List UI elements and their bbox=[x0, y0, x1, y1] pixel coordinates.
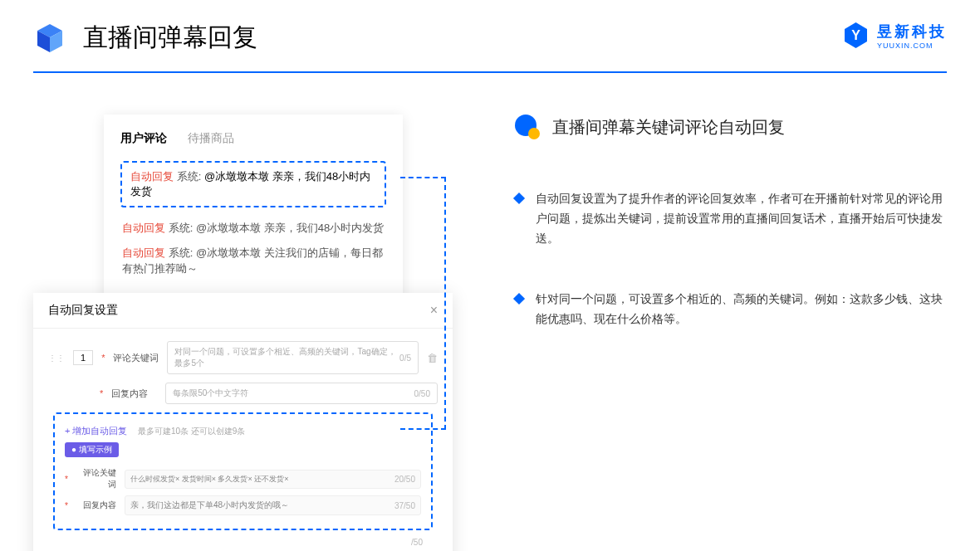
system-label: 系统: bbox=[177, 170, 202, 183]
index-number: 1 bbox=[73, 350, 93, 365]
required-star: * bbox=[100, 388, 103, 398]
section-icon bbox=[515, 115, 540, 139]
svg-text:Y: Y bbox=[851, 28, 860, 42]
auto-reply-settings-card: 自动回复设置 × ⋮⋮ 1 * 评论关键词 对同一个问题，可设置多个相近、高频的… bbox=[33, 293, 453, 551]
keyword-label: 评论关键词 bbox=[113, 352, 159, 364]
settings-title: 自动回复设置 bbox=[48, 303, 118, 318]
auto-reply-tag: 自动回复 bbox=[130, 170, 174, 183]
drag-handle-icon[interactable]: ⋮⋮ bbox=[48, 354, 65, 363]
brand-name: 昱新科技 bbox=[877, 22, 947, 41]
comment-row: 自动回复 系统: @冰墩墩本墩 关注我们的店铺，每日都有热门推荐呦～ bbox=[122, 245, 385, 277]
tab-pending-goods[interactable]: 待播商品 bbox=[188, 131, 234, 146]
example-keyword-input[interactable]: 什么时候发货× 发货时间× 多久发货× 还不发货× 20/50 bbox=[125, 470, 421, 489]
description-panel: 直播间弹幕关键词评论自动回复 自动回复设置为了提升作者的评论回复效率，作者可在开… bbox=[482, 115, 947, 371]
bullet-item: 针对同一个问题，可设置多个相近的、高频的关键词。例如：这款多少钱、这块能优惠吗、… bbox=[515, 290, 947, 329]
connector-line bbox=[400, 177, 446, 430]
page-title: 直播间弹幕回复 bbox=[83, 21, 257, 55]
diamond-icon bbox=[513, 193, 525, 204]
bullet-item: 自动回复设置为了提升作者的评论回复效率，作者可在开播前针对常见的评论用户问题，提… bbox=[515, 189, 947, 248]
add-auto-reply-link[interactable]: + 增加自动回复 bbox=[65, 426, 127, 436]
example-keyword-label: 评论关键词 bbox=[76, 467, 116, 490]
highlighted-comment: 自动回复 系统: @冰墩墩本墩 亲亲，我们48小时内发货 bbox=[120, 161, 386, 207]
tab-user-comments[interactable]: 用户评论 bbox=[120, 131, 167, 146]
page-header: 直播间弹幕回复 bbox=[0, 0, 980, 55]
add-limit-hint: 最多可建10条 还可以创建9条 bbox=[138, 427, 245, 436]
example-content-label: 回复内容 bbox=[76, 500, 116, 511]
required-star: * bbox=[101, 353, 105, 363]
keyword-input[interactable]: 对同一个问题，可设置多个相近、高频的关键词，Tag确定，最多5个 0/5 bbox=[167, 341, 419, 374]
header-cube-icon bbox=[33, 22, 66, 55]
example-badge: ● 填写示例 bbox=[65, 442, 119, 457]
content-input[interactable]: 每条限50个中文字符 0/50 bbox=[165, 383, 438, 404]
brand-url: YUUXIN.COM bbox=[877, 41, 947, 50]
example-content-input[interactable]: 亲，我们这边都是下单48小时内发货的哦～ 37/50 bbox=[125, 495, 421, 515]
screenshot-panel: 用户评论 待播商品 自动回复 系统: @冰墩墩本墩 亲亲，我们48小时内发货 自… bbox=[33, 115, 448, 371]
brand-logo: Y 昱新科技 YUUXIN.COM bbox=[841, 21, 947, 50]
brand-icon: Y bbox=[841, 21, 870, 50]
comment-row: 自动回复 系统: @冰墩墩本墩 亲亲，我们48小时内发货 bbox=[122, 220, 385, 236]
comments-card: 用户评论 待播商品 自动回复 系统: @冰墩墩本墩 亲亲，我们48小时内发货 自… bbox=[104, 115, 403, 310]
example-box: + 增加自动回复 最多可建10条 还可以创建9条 ● 填写示例 * 评论关键词 … bbox=[53, 412, 433, 530]
diamond-icon bbox=[513, 293, 525, 305]
content-label: 回复内容 bbox=[111, 388, 157, 400]
section-title: 直播间弹幕关键词评论自动回复 bbox=[552, 116, 785, 139]
trailing-counter: /50 bbox=[411, 538, 423, 547]
